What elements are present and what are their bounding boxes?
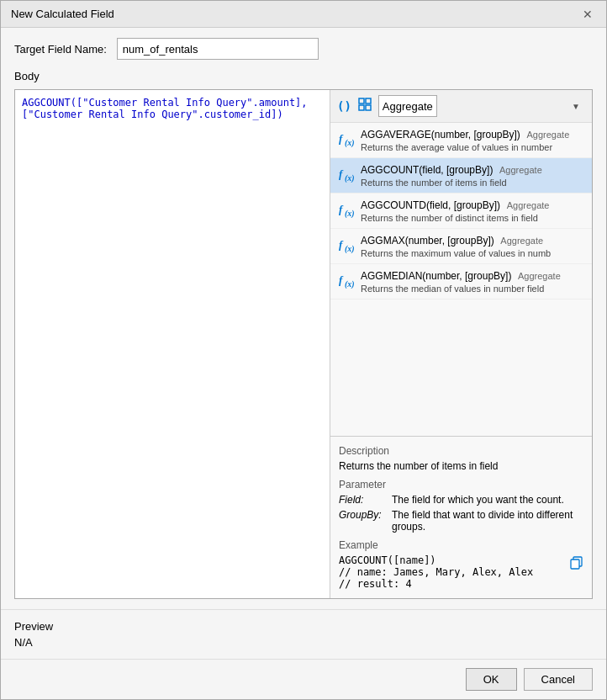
func-desc-aggcountd: Returns the number of distinct items in …: [361, 213, 585, 223]
grid-icon[interactable]: [358, 98, 372, 114]
dropdown-arrow-icon: ▼: [572, 102, 580, 111]
body-section-label: Body: [14, 70, 593, 82]
func-desc-aggaverage: Returns the average value of values in n…: [361, 142, 585, 152]
func-icon-aggaverage: f (x): [337, 129, 356, 150]
ok-button[interactable]: OK: [466, 668, 517, 691]
svg-text:(x): (x): [345, 138, 355, 147]
func-details-aggcountd: AGGCOUNTD(field, [groupBy]) Aggregate Re…: [361, 199, 585, 223]
grid-svg: [358, 98, 372, 111]
func-name-aggaverage: AGGAVERAGE(number, [groupBy]): [361, 129, 520, 141]
func-name-aggmax: AGGMAX(number, [groupBy]): [361, 235, 494, 247]
func-icon-aggcountd: f (x): [337, 199, 356, 220]
example-code-block: AGGCOUNT([name]) // name: James, Mary, A…: [339, 554, 583, 590]
description-title: Description: [339, 445, 583, 457]
param-name-field: Field:: [339, 494, 385, 506]
func-category-aggcount: Aggregate: [499, 165, 542, 175]
title-bar: New Calculated Field ✕: [1, 1, 606, 28]
svg-text:(x): (x): [345, 279, 355, 289]
svg-text:f: f: [339, 203, 344, 215]
svg-rect-3: [366, 105, 371, 110]
func-category-aggaverage: Aggregate: [526, 130, 569, 140]
svg-text:(x): (x): [345, 244, 355, 253]
svg-text:(x): (x): [345, 173, 355, 183]
category-dropdown-wrapper: Aggregate String Number Date Logical All…: [378, 95, 585, 117]
example-title: Example: [339, 539, 583, 551]
func-desc-aggmax: Returns the maximum value of values in n…: [361, 248, 585, 258]
function-browser: () Aggregate String Number: [330, 90, 592, 598]
svg-text:f: f: [339, 167, 344, 180]
dialog-footer: OK Cancel: [1, 659, 606, 699]
func-desc-aggmedian: Returns the median of values in number f…: [361, 284, 585, 294]
func-category-aggmax: Aggregate: [500, 236, 543, 246]
target-field-row: Target Field Name:: [14, 38, 593, 60]
cancel-button[interactable]: Cancel: [524, 668, 593, 691]
function-toolbar: () Aggregate String Number: [330, 90, 592, 123]
param-desc-field: The field for which you want the count.: [392, 494, 564, 506]
svg-text:f: f: [339, 238, 344, 251]
close-button[interactable]: ✕: [579, 6, 596, 23]
param-name-groupby: GroupBy:: [339, 509, 385, 533]
func-details-aggmedian: AGGMEDIAN(number, [groupBy]) Aggregate R…: [361, 269, 585, 294]
func-name-aggcount: AGGCOUNT(field, [groupBy]): [361, 164, 493, 176]
param-row-field: Field: The field for which you want the …: [339, 494, 583, 506]
func-name-aggmedian: AGGMEDIAN(number, [groupBy]): [361, 270, 511, 282]
func-item-aggaverage[interactable]: f (x) AGGAVERAGE(number, [groupBy]) Aggr…: [330, 123, 592, 158]
dialog-title: New Calculated Field: [11, 8, 114, 20]
func-icon-aggcount: f (x): [337, 164, 356, 185]
svg-rect-0: [359, 98, 364, 103]
preview-section: Preview N/A: [1, 609, 606, 659]
preview-label: Preview: [14, 620, 593, 633]
func-details-aggcount: AGGCOUNT(field, [groupBy]) Aggregate Ret…: [361, 163, 585, 188]
param-row-groupby: GroupBy: The field that want to divide i…: [339, 509, 583, 533]
dialog-content: Target Field Name: Body AGGCOUNT(["Custo…: [1, 28, 606, 609]
func-category-aggmedian: Aggregate: [518, 271, 561, 281]
svg-rect-2: [359, 105, 364, 110]
formula-editor[interactable]: AGGCOUNT(["Customer Rental Info Query".a…: [15, 90, 330, 598]
param-desc-groupby: The field that want to divide into diffe…: [392, 509, 583, 533]
body-panel: AGGCOUNT(["Customer Rental Info Query".a…: [14, 89, 593, 599]
func-icon-aggmedian: f (x): [337, 270, 356, 291]
svg-text:f: f: [339, 273, 344, 286]
svg-text:(x): (x): [345, 209, 355, 218]
func-category-aggcountd: Aggregate: [507, 200, 550, 210]
preview-value: N/A: [14, 636, 593, 649]
description-text: Returns the number of items in field: [339, 460, 583, 472]
category-dropdown[interactable]: Aggregate String Number Date Logical All: [378, 95, 437, 117]
func-details-aggmax: AGGMAX(number, [groupBy]) Aggregate Retu…: [361, 234, 585, 258]
target-field-label: Target Field Name:: [14, 43, 107, 56]
svg-rect-1: [366, 98, 371, 103]
parentheses-icon[interactable]: (): [337, 99, 351, 113]
formula-text: AGGCOUNT(["Customer Rental Info Query".a…: [22, 97, 323, 120]
func-desc-aggcount: Returns the number of items in field: [361, 178, 585, 188]
func-item-aggmax[interactable]: f (x) AGGMAX(number, [groupBy]) Aggregat…: [330, 229, 592, 264]
func-details-aggaverage: AGGAVERAGE(number, [groupBy]) Aggregate …: [361, 128, 585, 152]
func-item-aggcount[interactable]: f (x) AGGCOUNT(field, [groupBy]) Aggrega…: [330, 158, 592, 194]
func-name-aggcountd: AGGCOUNTD(field, [groupBy]): [361, 199, 500, 211]
example-code-text: AGGCOUNT([name]) // name: James, Mary, A…: [339, 554, 565, 590]
svg-text:f: f: [339, 132, 344, 145]
func-icon-aggmax: f (x): [337, 235, 356, 256]
target-field-input[interactable]: [117, 38, 319, 60]
functions-list: f (x) AGGAVERAGE(number, [groupBy]) Aggr…: [330, 123, 592, 436]
copy-icon[interactable]: [570, 556, 583, 572]
func-item-aggmedian[interactable]: f (x) AGGMEDIAN(number, [groupBy]) Aggre…: [330, 264, 592, 300]
description-panel: Description Returns the number of items …: [330, 437, 592, 598]
parameter-title: Parameter: [339, 479, 583, 491]
dialog: New Calculated Field ✕ Target Field Name…: [0, 0, 607, 700]
func-item-aggcountd[interactable]: f (x) AGGCOUNTD(field, [groupBy]) Aggreg…: [330, 194, 592, 229]
svg-rect-15: [571, 559, 579, 569]
